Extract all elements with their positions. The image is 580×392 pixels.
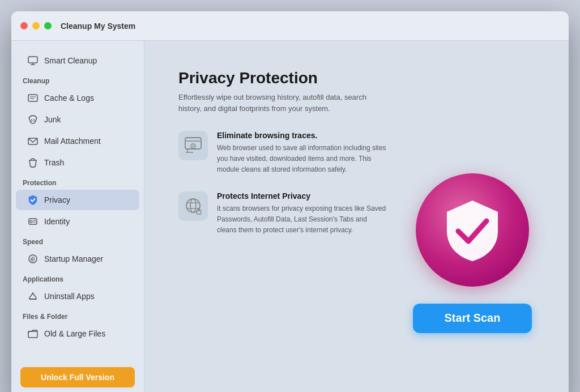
titlebar: Cleanup My System bbox=[11, 11, 569, 41]
svg-rect-17 bbox=[185, 138, 201, 149]
app-window: Cleanup My System Smart Cleanup Cleanup bbox=[11, 11, 569, 392]
right-panel: Start Scan bbox=[410, 131, 535, 375]
sidebar-item-cache-logs[interactable]: Cache & Logs bbox=[16, 88, 139, 108]
svg-rect-16 bbox=[28, 331, 37, 338]
sidebar-item-smart-cleanup-label: Smart Cleanup bbox=[44, 56, 97, 65]
sidebar-item-mail-attachment-label: Mail Attachment bbox=[44, 137, 101, 146]
identity-icon bbox=[27, 216, 39, 227]
monitor-icon bbox=[27, 55, 39, 66]
main-content: Privacy Protection Effortlessly wipe out… bbox=[144, 41, 569, 392]
sidebar-item-startup-manager-label: Startup Manager bbox=[44, 254, 103, 263]
shield-icon bbox=[441, 196, 504, 264]
sidebar-section-cleanup: Cleanup bbox=[11, 71, 144, 87]
sidebar-item-uninstall-apps-label: Uninstall Apps bbox=[44, 292, 95, 301]
page-subtitle: Effortlessly wipe out browsing history, … bbox=[178, 92, 382, 114]
page-title: Privacy Protection bbox=[178, 69, 535, 87]
minimize-button[interactable] bbox=[32, 22, 40, 29]
start-scan-button[interactable]: Start Scan bbox=[413, 304, 532, 333]
sidebar-item-trash[interactable]: Trash bbox=[16, 152, 139, 173]
feature1-desc: Web browser used to save all information… bbox=[217, 143, 387, 176]
sidebar-item-startup-manager[interactable]: Startup Manager bbox=[16, 249, 139, 269]
content-body: Eliminate browsing traces. Web browser u… bbox=[178, 131, 535, 375]
sidebar-section-speed: Speed bbox=[11, 232, 144, 248]
mail-icon bbox=[27, 135, 39, 147]
features-list: Eliminate browsing traces. Web browser u… bbox=[178, 131, 387, 375]
content-header: Privacy Protection Effortlessly wipe out… bbox=[178, 69, 535, 114]
sidebar-item-mail-attachment[interactable]: Mail Attachment bbox=[16, 131, 139, 151]
privacy-shield-icon bbox=[27, 194, 39, 206]
browsing-traces-icon-box bbox=[178, 131, 208, 160]
feature-item-internet-privacy: Protects Internet Privacy It scans brows… bbox=[178, 191, 387, 236]
feature2-desc: It scans browsers for privacy exposing t… bbox=[217, 203, 387, 236]
svg-rect-3 bbox=[28, 95, 37, 101]
svg-rect-0 bbox=[28, 57, 37, 63]
feature-internet-privacy-text: Protects Internet Privacy It scans brows… bbox=[217, 191, 387, 236]
feature-item-browsing: Eliminate browsing traces. Web browser u… bbox=[178, 131, 387, 176]
sidebar-item-trash-label: Trash bbox=[44, 158, 64, 167]
startup-icon bbox=[27, 253, 39, 265]
sidebar-item-cache-logs-label: Cache & Logs bbox=[44, 93, 94, 103]
sidebar-item-identity-label: Identity bbox=[44, 217, 70, 226]
unlock-full-version-button[interactable]: Unlock Full Version bbox=[20, 367, 135, 387]
feature1-title: Eliminate browsing traces. bbox=[217, 131, 387, 140]
close-button[interactable] bbox=[20, 22, 28, 29]
sidebar-item-uninstall-apps[interactable]: Uninstall Apps bbox=[16, 286, 139, 306]
sidebar-item-old-large-files-label: Old & Large Files bbox=[44, 329, 105, 338]
app-body: Smart Cleanup Cleanup Cache & Logs bbox=[11, 41, 569, 392]
app-title: Cleanup My System bbox=[61, 22, 135, 31]
feature2-title: Protects Internet Privacy bbox=[217, 191, 387, 201]
sidebar-item-old-large-files[interactable]: Old & Large Files bbox=[16, 323, 139, 344]
sidebar-section-applications: Applications bbox=[11, 270, 144, 286]
files-icon bbox=[27, 328, 39, 339]
sidebar-item-privacy[interactable]: Privacy bbox=[16, 190, 139, 210]
sidebar-section-files-folder: Files & Folder bbox=[11, 307, 144, 323]
traffic-lights bbox=[20, 22, 52, 29]
sidebar-item-junk[interactable]: Junk bbox=[16, 109, 139, 130]
uninstall-icon bbox=[27, 291, 39, 302]
shield-graphic bbox=[416, 173, 529, 287]
svg-point-24 bbox=[190, 199, 196, 212]
maximize-button[interactable] bbox=[44, 22, 52, 29]
cache-logs-icon bbox=[27, 92, 39, 104]
sidebar-item-junk-label: Junk bbox=[44, 115, 61, 124]
sidebar-section-protection: Protection bbox=[11, 173, 144, 189]
sidebar-item-privacy-label: Privacy bbox=[44, 195, 70, 204]
feature-browsing-text: Eliminate browsing traces. Web browser u… bbox=[217, 131, 387, 176]
sidebar-item-identity[interactable]: Identity bbox=[16, 211, 139, 232]
sidebar: Smart Cleanup Cleanup Cache & Logs bbox=[11, 41, 144, 392]
junk-icon bbox=[27, 114, 39, 125]
trash-icon bbox=[27, 157, 39, 168]
sidebar-item-smart-cleanup[interactable]: Smart Cleanup bbox=[16, 50, 139, 71]
globe-lock-icon bbox=[183, 196, 203, 216]
eye-scan-icon bbox=[183, 135, 203, 156]
svg-point-11 bbox=[30, 220, 32, 223]
internet-privacy-icon-box bbox=[178, 191, 208, 221]
svg-point-20 bbox=[193, 146, 194, 147]
